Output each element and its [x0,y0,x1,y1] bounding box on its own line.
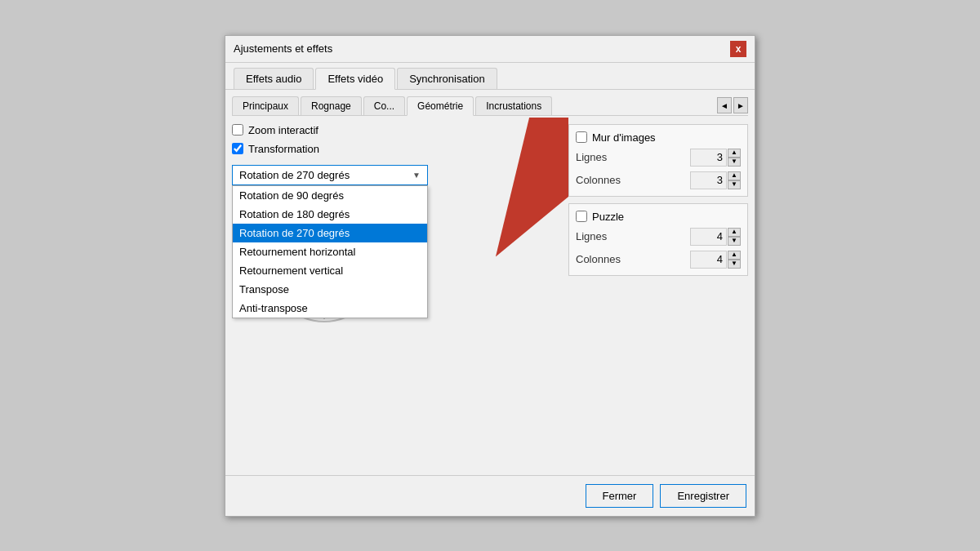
mur-images-label: Mur d'images [592,131,656,144]
puzzle-colonnes-down-btn[interactable]: ▼ [728,260,741,269]
close-button[interactable]: x [730,41,746,57]
tab-rognage[interactable]: Rognage [301,96,362,115]
rotation-dropdown-container: Rotation de 270 degrés ▼ Rotation de 90 … [232,165,560,185]
rotation-dropdown-menu: Rotation de 90 degrés Rotation de 180 de… [232,185,428,318]
zoom-interactif-label: Zoom interactif [248,124,318,136]
colonnes-spinner-btns: ▲ ▼ [728,171,741,189]
footer: Fermer Enregistrer [225,475,755,516]
dialog: Ajustements et effets x Effets audio Eff… [225,35,755,517]
lignes-label: Lignes [576,151,625,163]
tab-incrustations[interactable]: Incrustations [475,96,552,115]
puzzle-lignes-input[interactable] [690,228,727,246]
puzzle-section: Puzzle Lignes ▲ ▼ Colonnes [568,203,748,276]
tab-geometrie[interactable]: Géométrie [407,96,474,116]
tab-co[interactable]: Co... [363,96,405,115]
dropdown-item-4[interactable]: Retournement vertical [233,261,427,280]
content-area: Principaux Rognage Co... Géométrie Incru… [225,90,755,475]
lignes-spinner-btns: ▲ ▼ [728,149,741,167]
main-content: Zoom interactif Transformation Rotation … [232,124,748,469]
tab-principaux[interactable]: Principaux [232,96,299,115]
puzzle-lignes-up-btn[interactable]: ▲ [728,228,741,237]
puzzle-row: Puzzle [576,211,741,223]
puzzle-colonnes-input[interactable] [690,251,727,269]
tab-prev-button[interactable]: ◄ [717,97,732,113]
fermer-button[interactable]: Fermer [586,484,654,508]
colonnes-up-btn[interactable]: ▲ [728,171,741,180]
dropdown-item-3[interactable]: Retournement horizontal [233,242,427,261]
colonnes-spinner: ▲ ▼ [690,171,741,189]
puzzle-lignes-label: Lignes [576,230,625,242]
lignes-spinner: ▲ ▼ [690,149,741,167]
puzzle-lignes-down-btn[interactable]: ▼ [728,237,741,246]
title-bar: Ajustements et effets x [225,36,755,63]
lignes-down-btn[interactable]: ▼ [728,158,741,167]
colonnes-row: Colonnes ▲ ▼ [576,171,741,189]
mur-images-checkbox[interactable] [576,131,587,143]
puzzle-lignes-spinner-btns: ▲ ▼ [728,228,741,246]
zoom-interactif-checkbox[interactable] [232,124,243,136]
lignes-input[interactable] [690,149,727,167]
puzzle-lignes-spinner: ▲ ▼ [690,228,741,246]
left-panel: Zoom interactif Transformation Rotation … [232,124,560,469]
mur-images-section: Mur d'images Lignes ▲ ▼ Colon [568,124,748,197]
dropdown-selected-label: Rotation de 270 degrés [239,169,350,181]
puzzle-colonnes-spinner: ▲ ▼ [690,251,741,269]
puzzle-colonnes-up-btn[interactable]: ▲ [728,251,741,260]
colonnes-label: Colonnes [576,174,625,186]
dropdown-arrow-icon: ▼ [412,171,421,180]
colonnes-input[interactable] [690,171,727,189]
enregistrer-button[interactable]: Enregistrer [660,484,746,508]
colonnes-down-btn[interactable]: ▼ [728,180,741,189]
transformation-row: Transformation [232,143,560,155]
secondary-tabs: Principaux Rognage Co... Géométrie Incru… [232,96,748,116]
tab-nav: ◄ ► [717,97,748,113]
tab-effets-audio[interactable]: Effets audio [234,68,314,89]
top-tabs: Effets audio Effets vidéo Synchronisatio… [225,63,755,90]
puzzle-lignes-row: Lignes ▲ ▼ [576,228,741,246]
transformation-label: Transformation [248,143,319,155]
tab-effets-video[interactable]: Effets vidéo [315,68,395,90]
puzzle-colonnes-label: Colonnes [576,253,625,265]
dropdown-item-5[interactable]: Transpose [233,280,427,299]
puzzle-checkbox[interactable] [576,211,587,222]
tab-synchronisation[interactable]: Synchronisation [397,68,497,89]
transformation-checkbox[interactable] [232,143,243,154]
rotation-dropdown-btn[interactable]: Rotation de 270 degrés ▼ [232,165,428,185]
dropdown-item-6[interactable]: Anti-transpose [233,299,427,318]
puzzle-colonnes-row: Colonnes ▲ ▼ [576,251,741,269]
dropdown-item-0[interactable]: Rotation de 90 degrés [233,186,427,205]
dropdown-item-1[interactable]: Rotation de 180 degrés [233,205,427,224]
lignes-up-btn[interactable]: ▲ [728,149,741,158]
puzzle-label: Puzzle [592,211,624,223]
lignes-row: Lignes ▲ ▼ [576,149,741,167]
tab-next-button[interactable]: ► [733,97,748,113]
dialog-title: Ajustements et effets [234,42,332,55]
dropdown-item-2[interactable]: Rotation de 270 degrés [233,224,427,242]
right-panel: Mur d'images Lignes ▲ ▼ Colon [568,124,748,469]
puzzle-colonnes-spinner-btns: ▲ ▼ [728,251,741,269]
zoom-interactif-row: Zoom interactif [232,124,560,136]
mur-images-row: Mur d'images [576,131,741,144]
